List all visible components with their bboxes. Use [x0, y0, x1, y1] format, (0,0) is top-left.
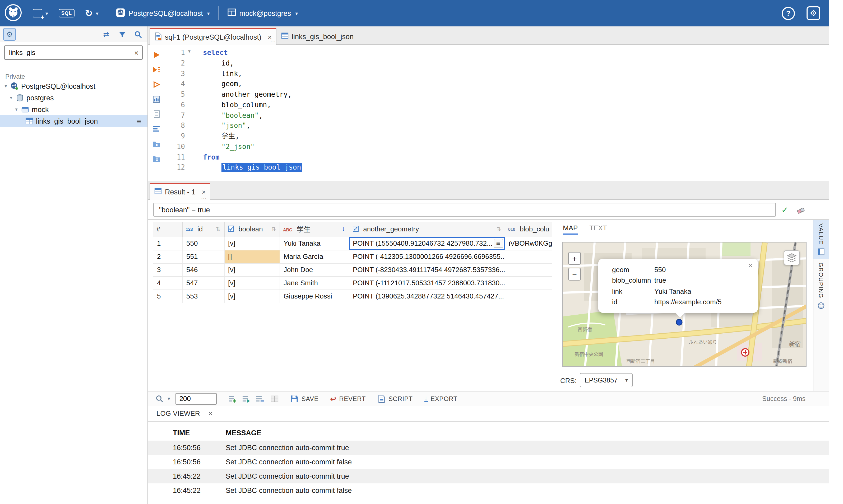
revert-button[interactable]: ↩ REVERT: [330, 394, 366, 403]
geometry-cell[interactable]: POINT (-412305.1300001266 4926696.669635…: [349, 250, 505, 263]
fetch-rows-button[interactable]: ▾: [155, 394, 171, 403]
filter-button[interactable]: [117, 29, 127, 40]
zoom-out-button[interactable]: −: [568, 268, 581, 281]
settings-button[interactable]: ⚙: [807, 6, 820, 20]
help-button[interactable]: ?: [782, 6, 795, 20]
student-cell[interactable]: Jane Smith: [280, 276, 349, 289]
clear-filter-button[interactable]: [795, 203, 807, 216]
tab-map[interactable]: MAP: [563, 224, 578, 235]
col-header-boolean[interactable]: boolean ⇅: [224, 222, 280, 237]
blob-cell[interactable]: [505, 289, 552, 303]
rownum-cell[interactable]: 1: [153, 237, 182, 250]
tab-log-viewer[interactable]: LOG VIEWER: [156, 410, 200, 417]
geometry-map[interactable]: 西新宿 新宿中央公園 ふれあい通り 新宿 西新宿二丁目 新線新宿 + − ×: [562, 242, 807, 367]
execute-new-tab-button[interactable]: [150, 78, 163, 91]
expander-icon[interactable]: ▾: [2, 84, 10, 89]
save-sql-button[interactable]: [150, 152, 163, 165]
col-header-student[interactable]: ABC 学生 ↓: [280, 222, 349, 237]
execute-statement-button[interactable]: [150, 49, 163, 61]
geometry-cell[interactable]: POINT (1390625.3428877322 5146430.457427…: [349, 289, 505, 303]
col-header-blob[interactable]: 010 blob_colu: [505, 222, 552, 237]
tab-sql-editor[interactable]: sql-1 (PostgreSQL@localhost) ×: [150, 28, 277, 45]
tree-item-connection[interactable]: ▾ PostgreSQL@localhost: [0, 80, 147, 92]
expander-icon[interactable]: ▾: [13, 107, 20, 112]
grid-mode-button[interactable]: [271, 395, 279, 402]
log-row[interactable]: 16:45:22 Set JDBC connection auto-commit…: [148, 469, 829, 483]
tab-value-panel[interactable]: VALUE: [813, 220, 829, 259]
blob-cell[interactable]: [505, 250, 552, 263]
save-button[interactable]: SAVE: [291, 394, 319, 403]
crs-selector[interactable]: EPSG3857 ▾: [580, 373, 633, 387]
log-row[interactable]: 16:50:56 Set JDBC connection auto-commit…: [148, 455, 829, 469]
new-connection-button[interactable]: + ▾: [28, 0, 53, 26]
commit-mode-button[interactable]: ↻ ▾: [80, 0, 104, 26]
expander-icon[interactable]: ▾: [7, 95, 15, 101]
navigator-settings-button[interactable]: ⚙: [3, 28, 16, 41]
col-header-geometry[interactable]: another_geometry ⇅: [349, 222, 505, 237]
id-cell[interactable]: 550: [182, 237, 224, 250]
tab-overflow-icon[interactable]: …: [270, 37, 276, 43]
search-button[interactable]: [133, 29, 143, 40]
id-cell[interactable]: 546: [182, 263, 224, 276]
apply-filter-button[interactable]: ✓: [779, 203, 791, 216]
item-menu-icon[interactable]: ≡: [136, 116, 141, 125]
rownum-cell[interactable]: 5: [153, 289, 182, 303]
fold-icon[interactable]: ▾: [188, 49, 191, 54]
tab-grouping-panel[interactable]: GROUPING: [813, 259, 829, 313]
id-cell[interactable]: 547: [182, 276, 224, 289]
geometry-cell[interactable]: POINT (-11121017.505331457 2388003.73183…: [349, 276, 505, 289]
rownum-cell[interactable]: 3: [153, 263, 182, 276]
sort-icon[interactable]: ⇅: [216, 226, 221, 233]
format-sql-button[interactable]: [150, 123, 163, 135]
tree-item-schema[interactable]: ▾ mock: [0, 104, 147, 115]
sort-desc-icon[interactable]: ↓: [342, 224, 346, 233]
boolean-cell-false[interactable]: []: [224, 250, 280, 263]
export-button[interactable]: ↓ EXPORT: [424, 395, 458, 402]
blob-cell[interactable]: [505, 263, 552, 276]
blob-cell[interactable]: iVBORw0KGg...: [505, 237, 552, 250]
tree-item-table-selected[interactable]: links_gis_bool_json ≡: [0, 115, 147, 127]
student-cell[interactable]: Maria García: [280, 250, 349, 263]
tree-item-database[interactable]: ▾ postgres: [0, 92, 147, 104]
boolean-cell[interactable]: [v]: [224, 237, 280, 250]
col-header-id[interactable]: 123 id ⇅: [182, 222, 224, 237]
log-col-time[interactable]: TIME: [173, 429, 226, 437]
id-cell[interactable]: 551: [182, 250, 224, 263]
boolean-cell[interactable]: [v]: [224, 276, 280, 289]
sql-code[interactable]: select id, link, geom, another_geometry,…: [203, 48, 302, 173]
rownum-cell[interactable]: 2: [153, 250, 182, 263]
rownum-cell[interactable]: 4: [153, 276, 182, 289]
tab-text[interactable]: TEXT: [589, 224, 607, 235]
geometry-cell-selected[interactable]: POINT (15550408.912046732 4257980.732...…: [349, 237, 505, 250]
geometry-cell[interactable]: POINT (-8230433.491117454 4972687.535733…: [349, 263, 505, 276]
sql-document-button[interactable]: [150, 108, 163, 121]
connection-selector[interactable]: PostgreSQL@localhost ▾: [111, 0, 215, 26]
close-icon[interactable]: ×: [749, 261, 753, 269]
student-cell[interactable]: John Doe: [280, 263, 349, 276]
new-sql-editor-button[interactable]: SQL: [53, 0, 80, 26]
navigator-search-input[interactable]: [5, 49, 130, 56]
boolean-cell[interactable]: [v]: [224, 263, 280, 276]
sort-icon[interactable]: ⇅: [496, 226, 501, 233]
student-cell[interactable]: Yuki Tanaka: [280, 237, 349, 250]
link-with-editor-button[interactable]: ⇄: [101, 29, 111, 40]
fetch-size-input[interactable]: [176, 393, 217, 404]
boolean-cell[interactable]: [v]: [224, 289, 280, 303]
clear-search-icon[interactable]: ×: [130, 48, 142, 57]
close-icon[interactable]: ×: [209, 410, 212, 417]
load-sql-button[interactable]: [150, 137, 163, 150]
database-selector[interactable]: mock@postgres ▾: [222, 0, 303, 26]
col-header-rownum[interactable]: #: [153, 222, 182, 237]
id-cell[interactable]: 553: [182, 289, 224, 303]
log-col-message[interactable]: MESSAGE: [226, 429, 261, 437]
filter-input[interactable]: "boolean" = true: [153, 203, 776, 217]
duplicate-row-button[interactable]: [242, 395, 251, 402]
cell-value-menu-icon[interactable]: ≡: [493, 238, 503, 248]
blob-cell[interactable]: [505, 276, 552, 289]
zoom-in-button[interactable]: +: [568, 252, 581, 265]
script-button[interactable]: SCRIPT: [377, 394, 413, 403]
tab-table-editor[interactable]: links_gis_bool_json: [277, 28, 358, 45]
student-cell[interactable]: Giuseppe Rossi: [280, 289, 349, 303]
map-layers-button[interactable]: [784, 250, 800, 265]
execute-script-button[interactable]: [150, 64, 163, 76]
